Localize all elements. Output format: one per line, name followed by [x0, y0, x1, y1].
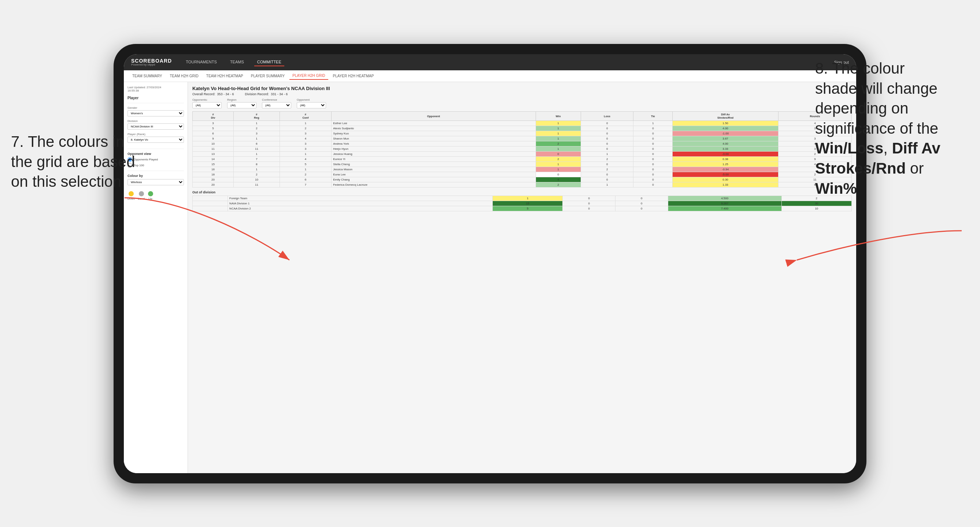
col-div: #Div [193, 112, 234, 121]
division-select[interactable]: NCAA Division III [127, 124, 184, 130]
legend-down-dot [129, 191, 134, 196]
legend-level: Level [138, 191, 145, 200]
logo-sub: Powered by clippd [131, 63, 172, 66]
player-rank-label: Player (Rank) [127, 133, 184, 136]
opponent-view-title: Opponent view [127, 152, 184, 156]
col-diff: Diff AvStrokes/Rnd [673, 112, 778, 121]
h2h-table: #Div #Reg #Conf Opponent Win Loss Tie Di… [192, 111, 852, 187]
nav-committee[interactable]: COMMITTEE [254, 58, 284, 66]
col-win: Win [536, 112, 581, 121]
table-row: 20106 Emily Chang 4 0 0 0.30 11 [193, 177, 852, 183]
gender-label: Gender [127, 106, 184, 110]
region-filter-label: Region [227, 98, 256, 102]
table-row: 1822 Euna Lee 0 0 0 -5.00 2 [193, 172, 852, 177]
opponent-filter-select[interactable]: (All) [297, 102, 326, 108]
player-section-title: Player [127, 96, 184, 100]
tablet-frame: SCOREBOARD Powered by clippd TOURNAMENTS… [114, 44, 866, 483]
division-record-label: Division Record: 331 - 34 - 6 [245, 92, 288, 96]
table-row: 20117 Federica Domecq Lacroze 2 1 0 1.33… [193, 183, 852, 187]
conference-filter-select[interactable]: (All) [262, 102, 291, 108]
right-panel: Katelyn Vo Head-to-Head Grid for Women's… [188, 82, 856, 473]
opponent-filter-label: Opponent [297, 98, 326, 102]
player-rank-select[interactable]: 8. Katelyn Vo [127, 137, 184, 143]
colour-by-title: Colour by [127, 174, 184, 178]
legend-level-dot [139, 191, 144, 196]
sub-nav: TEAM SUMMARY TEAM H2H GRID TEAM H2H HEAT… [124, 70, 856, 82]
table-row: NAIA Division 1 15 0 0 9.267 30 [193, 201, 852, 206]
col-opponent: Opponent [332, 112, 536, 121]
table-row: 633 Sydney Kuo 1 0 0 -1.00 [193, 131, 852, 136]
legend-up: Up [148, 191, 153, 200]
region-filter-select[interactable]: (All) [227, 102, 256, 108]
table-row: 1585 Stella Cheng 1 0 0 1.25 4 [193, 162, 852, 167]
radio-opponents-played[interactable]: Opponents Played [127, 157, 184, 162]
top-nav-left: SCOREBOARD Powered by clippd TOURNAMENTS… [131, 58, 284, 66]
region-filter: Region (All) [227, 98, 256, 108]
conference-filter: Conference (All) [262, 98, 291, 108]
sub-nav-team-h2h-grid[interactable]: TEAM H2H GRID [167, 73, 202, 79]
table-row: Foreign Team 1 0 0 4.500 2 [193, 196, 852, 201]
main-content: Last Updated: 27/03/2024 16:55:38 Player… [124, 82, 856, 473]
col-reg: #Reg [234, 112, 280, 121]
col-tie: Tie [633, 112, 673, 121]
colour-by-select[interactable]: Win/loss [127, 179, 184, 185]
filters-row: Opponents: (All) Region (All) Conference [192, 98, 852, 108]
division-label: Division [127, 119, 184, 123]
tablet-screen: SCOREBOARD Powered by clippd TOURNAMENTS… [124, 54, 856, 473]
table-row: 1063 Andrea York 2 0 0 4.00 4 [193, 141, 852, 146]
opponents-filter-label: Opponents: [192, 98, 222, 102]
opponent-filter: Opponent (All) [297, 98, 326, 108]
table-row: 1311 Jessica Huang 0 1 0 -3.00 2 [193, 152, 852, 157]
sub-nav-player-h2h-grid[interactable]: PLAYER H2H GRID [290, 72, 328, 80]
out-of-division-label: Out of division [192, 190, 852, 194]
opponents-filter-select[interactable]: (All) [192, 102, 222, 108]
grid-title: Katelyn Vo Head-to-Head Grid for Women's… [192, 86, 852, 91]
sub-nav-player-h2h-heatmap[interactable]: PLAYER H2H HEATMAP [330, 73, 377, 79]
opponents-filter: Opponents: (All) [192, 98, 222, 108]
scoreboard-logo: SCOREBOARD Powered by clippd [131, 58, 172, 66]
records-row: Overall Record: 353 - 34 - 6 Division Re… [192, 92, 852, 96]
table-row: 522 Alexis Sudjianto 1 0 0 4.00 3 [193, 126, 852, 131]
top-nav-menu: TOURNAMENTS TEAMS COMMITTEE [183, 58, 284, 66]
table-row: 1474 Eunice Yi 2 2 0 0.38 9 [193, 157, 852, 162]
logo-main: SCOREBOARD [131, 58, 172, 63]
opponent-view-radio-group: Opponents Played Top 100 [127, 157, 184, 168]
table-row: 914 Sharon Mun 1 0 0 3.67 3 [193, 136, 852, 141]
table-row: 1611 Jessica Mason 1 2 0 -0.94 [193, 167, 852, 172]
out-of-division-table: Foreign Team 1 0 0 4.500 2 NAIA Division… [192, 195, 852, 211]
col-conf: #Conf [280, 112, 331, 121]
table-row: 311 Esther Lee 1 0 1 1.50 4 [193, 121, 852, 126]
table-row: NCAA Division 2 5 0 0 7.400 10 [193, 206, 852, 211]
gender-select[interactable]: Women's [127, 110, 184, 116]
legend-row: Down Level Up [127, 191, 184, 200]
legend-up-dot [148, 191, 153, 196]
sub-nav-team-h2h-heatmap[interactable]: TEAM H2H HEATMAP [203, 73, 246, 79]
col-loss: Loss [581, 112, 633, 121]
radio-top-100[interactable]: Top 100 [127, 163, 184, 168]
legend-down: Down [127, 191, 135, 200]
last-updated: Last Updated: 27/03/2024 16:55:38 [127, 86, 184, 92]
conference-filter-label: Conference [262, 98, 291, 102]
nav-teams[interactable]: TEAMS [227, 58, 247, 66]
top-nav: SCOREBOARD Powered by clippd TOURNAMENTS… [124, 54, 856, 70]
nav-tournaments[interactable]: TOURNAMENTS [183, 58, 220, 66]
table-row: 11113 Heejo Hyun 1 0 0 3.33 3 [193, 146, 852, 152]
annotation-right: 8. The colour shade will change dependin… [815, 59, 969, 198]
annotation-left: 7. The colours in the grid are based on … [11, 132, 135, 192]
overall-record-label: Overall Record: 353 - 34 - 6 [192, 92, 234, 96]
sub-nav-player-summary[interactable]: PLAYER SUMMARY [248, 73, 288, 79]
sub-nav-team-summary[interactable]: TEAM SUMMARY [129, 73, 165, 79]
